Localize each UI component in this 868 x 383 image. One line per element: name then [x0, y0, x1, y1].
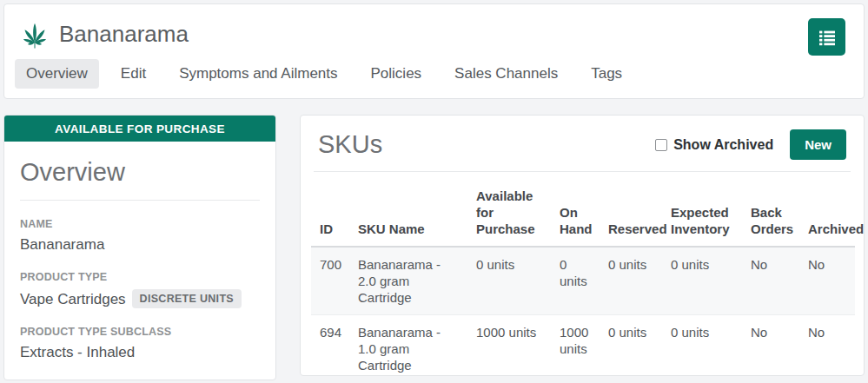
- header-top: Bananarama: [4, 4, 864, 54]
- field-name: NAME Bananarama: [20, 218, 260, 254]
- cell-back-orders: No: [742, 315, 799, 383]
- show-archived-label: Show Archived: [673, 137, 773, 153]
- sku-table-header-row: ID SKU Name Available for Purchase On Ha…: [311, 172, 855, 247]
- tab-sales-channels[interactable]: Sales Channels: [443, 59, 569, 89]
- new-sku-button[interactable]: New: [790, 129, 846, 160]
- page-title: Bananarama: [59, 21, 189, 48]
- col-id: ID: [311, 172, 349, 247]
- sidebar-body: Overview NAME Bananarama PRODUCT TYPE Va…: [4, 142, 275, 361]
- product-type-value: Vape Cartridges: [20, 291, 126, 307]
- sku-row-694[interactable]: 694 Bananarama - 1.0 gram Cartridge 1000…: [311, 315, 855, 383]
- cell-on-hand: 1000 units: [551, 315, 600, 383]
- col-available-for-purchase: Available for Purchase: [467, 172, 551, 247]
- sku-row-700[interactable]: 700 Bananarama - 2.0 gram Cartridge 0 un…: [311, 247, 855, 315]
- field-product-type-subclass: PRODUCT TYPE SUBCLASS Extracts - Inhaled: [20, 326, 260, 361]
- cell-archived: No: [799, 247, 855, 315]
- col-on-hand: On Hand: [551, 172, 600, 247]
- col-expected-inventory: Expected Inventory: [662, 172, 742, 247]
- tab-bar: Overview Edit Symptoms and Ailments Poli…: [4, 54, 864, 89]
- col-archived: Archived: [799, 172, 855, 247]
- skus-heading: SKUs: [318, 130, 655, 159]
- col-reserved: Reserved: [600, 172, 662, 247]
- cell-sku-name: Bananarama - 1.0 gram Cartridge: [349, 315, 467, 383]
- overview-sidebar: AVAILABLE FOR PURCHASE Overview NAME Ban…: [3, 115, 276, 380]
- col-sku-name: SKU Name: [349, 172, 467, 247]
- available-for-purchase-banner: AVAILABLE FOR PURCHASE: [4, 116, 275, 142]
- sidebar-heading: Overview: [20, 158, 260, 187]
- header-card: Bananarama Overview Edit Symptoms and Ai…: [3, 3, 865, 99]
- cell-on-hand: 0 units: [551, 247, 600, 315]
- field-value: Extracts - Inhaled: [20, 344, 260, 361]
- cell-reserved: 0 units: [600, 315, 662, 383]
- field-value: Vape CartridgesDISCRETE UNITS: [20, 289, 260, 308]
- show-archived-control[interactable]: Show Archived: [655, 137, 773, 153]
- cell-id: 694: [311, 315, 349, 383]
- field-label: PRODUCT TYPE SUBCLASS: [20, 326, 260, 338]
- field-value: Bananarama: [20, 236, 260, 254]
- cell-available: 1000 units: [467, 315, 551, 383]
- cell-id: 700: [311, 247, 349, 315]
- list-icon: [817, 27, 838, 48]
- cell-back-orders: No: [742, 247, 799, 315]
- cell-reserved: 0 units: [600, 247, 662, 315]
- field-product-type: PRODUCT TYPE Vape CartridgesDISCRETE UNI…: [20, 271, 260, 308]
- cannabis-leaf-icon: [18, 17, 51, 50]
- tab-policies[interactable]: Policies: [360, 59, 434, 89]
- cell-expected: 0 units: [662, 247, 742, 315]
- sku-table: ID SKU Name Available for Purchase On Ha…: [311, 172, 855, 382]
- view-menu-button[interactable]: [808, 18, 845, 56]
- cell-archived: No: [799, 315, 855, 383]
- discrete-units-badge: DISCRETE UNITS: [132, 289, 242, 308]
- show-archived-checkbox[interactable]: [655, 139, 667, 151]
- sidebar-divider: [20, 200, 260, 201]
- field-label: PRODUCT TYPE: [20, 271, 260, 283]
- skus-panel-header: SKUs Show Archived New: [301, 116, 864, 171]
- skus-panel: SKUs Show Archived New ID SKU Name Avail…: [300, 115, 865, 376]
- field-label: NAME: [20, 218, 260, 230]
- tab-overview[interactable]: Overview: [15, 59, 99, 89]
- cell-expected: 0 units: [662, 315, 742, 383]
- tab-edit[interactable]: Edit: [109, 59, 157, 89]
- col-back-orders: Back Orders: [742, 172, 799, 247]
- tab-symptoms-and-ailments[interactable]: Symptoms and Ailments: [168, 59, 348, 89]
- cell-sku-name: Bananarama - 2.0 gram Cartridge: [349, 247, 467, 315]
- tab-tags[interactable]: Tags: [580, 59, 633, 89]
- cell-available: 0 units: [467, 247, 551, 315]
